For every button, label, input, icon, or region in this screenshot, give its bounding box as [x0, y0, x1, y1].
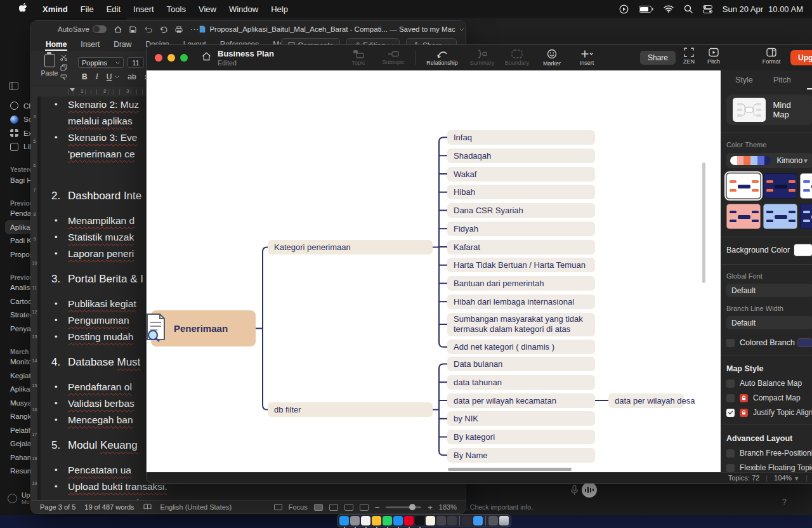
vertical-scrollbar[interactable]	[702, 162, 705, 283]
background-color-swatch[interactable]	[794, 244, 812, 256]
theme-thumbnail[interactable]	[763, 204, 797, 229]
zoom-slider[interactable]	[386, 506, 421, 508]
cut-icon[interactable]	[60, 55, 68, 61]
topic-penerimaan[interactable]: Penerimaan	[151, 310, 256, 346]
menu-tools[interactable]: Tools	[160, 4, 192, 14]
underline-button[interactable]: U	[107, 72, 112, 81]
theme-thumbnail[interactable]	[800, 204, 812, 229]
checkbox-auto-balance-map[interactable]	[726, 380, 735, 388]
save-icon[interactable]	[129, 26, 136, 33]
undo-icon[interactable]	[144, 26, 152, 33]
topic-child[interactable]: Infaq	[447, 130, 595, 145]
checkbox-compact-map[interactable]	[726, 394, 735, 402]
tab-home[interactable]: Home	[39, 37, 74, 51]
menu-xmind[interactable]: Xmind	[36, 4, 74, 14]
redo-icon[interactable]	[160, 26, 167, 33]
pitch-button[interactable]: Pitch	[700, 48, 728, 65]
sidebar-footer[interactable]: Up Mo	[8, 491, 30, 505]
theme-thumbnail[interactable]	[763, 173, 797, 199]
relationship-button[interactable]: Relationship	[422, 50, 462, 66]
theme-thumbnail[interactable]	[726, 173, 761, 199]
topic-child[interactable]: by NIK	[447, 411, 595, 426]
format-painter-icon[interactable]	[60, 74, 68, 80]
theme-thumbnail[interactable]	[726, 204, 761, 229]
minimize-button[interactable]	[167, 54, 175, 62]
menu-insert[interactable]: Insert	[127, 4, 160, 14]
dock-icon-recent-app[interactable]	[462, 516, 472, 525]
checkbox-flexible-floating-topic[interactable]	[726, 464, 735, 472]
topic-db-filter[interactable]: db filter	[268, 402, 433, 417]
read-mode-view-button[interactable]	[329, 504, 338, 511]
dock-icon-photo-booth[interactable]	[436, 516, 446, 525]
topic-child[interactable]: By Name	[447, 448, 595, 463]
colored-branch-checkbox[interactable]	[726, 339, 735, 347]
italic-button[interactable]: I	[96, 72, 98, 81]
zoom-in-button[interactable]: +	[428, 503, 433, 512]
language-indicator[interactable]: English (United States)	[160, 503, 232, 511]
topic-child[interactable]: Hibah	[447, 185, 595, 199]
topic-kategori-penerimaan[interactable]: Kategori penerimaan	[268, 240, 433, 254]
menubar-clock[interactable]: Sun 20 Apr 10.00 AM	[723, 4, 803, 14]
chevron-down-icon[interactable]	[115, 76, 119, 78]
indent-marker[interactable]	[70, 88, 75, 91]
insert-button[interactable]: Insert	[572, 50, 602, 66]
dock-icon-notes[interactable]	[426, 516, 435, 525]
dock-icon-iphone[interactable]	[488, 516, 498, 525]
spotlight-search-icon[interactable]	[684, 4, 693, 13]
theme-thumbnail[interactable]	[800, 173, 812, 199]
topic-child[interactable]: Shadaqah	[447, 148, 595, 163]
dock-icon-iphone-mirroring[interactable]	[447, 516, 457, 525]
outline-view-button[interactable]	[360, 504, 369, 511]
topic-grandchild[interactable]: data per wilayah desa	[608, 393, 684, 408]
panel-tab-style[interactable]: Style	[735, 76, 753, 84]
dock-icon-pinterest[interactable]	[404, 516, 414, 525]
menu-edit[interactable]: Edit	[100, 4, 127, 14]
proofing-icon[interactable]	[143, 503, 152, 512]
apple-menu-icon[interactable]	[10, 3, 36, 15]
menu-help[interactable]: Help	[265, 4, 294, 14]
horizontal-scrollbar[interactable]	[448, 468, 572, 471]
paste-button[interactable]: Paste	[39, 54, 60, 77]
strikethrough-button[interactable]: ab	[128, 72, 136, 81]
vertical-ruler[interactable]: 4567891011121314151617181920	[31, 96, 38, 500]
zoom-out-button[interactable]: −	[375, 503, 380, 512]
topic-child[interactable]: Harta Tidak Bertuan / Harta Temuan	[447, 258, 595, 272]
format-button[interactable]: Format	[757, 48, 785, 65]
dock-icon-x[interactable]	[415, 516, 424, 525]
dock-icon-chrome[interactable]	[372, 516, 381, 525]
bold-button[interactable]: B	[82, 72, 88, 81]
home-icon[interactable]	[202, 52, 211, 63]
zoom-percent[interactable]: 183%	[439, 503, 457, 511]
topic-child[interactable]: Hibah dari lembaga internasional	[447, 294, 595, 309]
microphone-icon[interactable]	[570, 485, 579, 498]
dock-icon-whatsapp[interactable]	[383, 516, 392, 525]
autosave-toggle[interactable]: AutoSave	[58, 25, 107, 33]
print-layout-view-button[interactable]	[314, 504, 323, 511]
tab-draw[interactable]: Draw	[107, 37, 138, 51]
word-count[interactable]: 19 of 487 words	[84, 503, 134, 511]
dock-icon-trash[interactable]	[499, 516, 509, 525]
dock-icon-finder[interactable]	[339, 516, 349, 525]
font-name-select[interactable]: Poppins	[78, 57, 124, 68]
menu-window[interactable]: Window	[223, 4, 265, 14]
topic-child[interactable]: Add net kategori ( dinamis )	[447, 340, 595, 354]
topic-child[interactable]: Wakaf	[447, 167, 595, 182]
web-layout-view-button[interactable]	[344, 504, 353, 511]
topic-child[interactable]: Dana CSR Syariah	[447, 203, 595, 218]
font-size-select[interactable]: 11	[128, 57, 144, 68]
document-search-sticker-icon[interactable]	[147, 313, 166, 345]
branch-line-width-select[interactable]: Default	[726, 316, 812, 329]
zoom-level[interactable]: 104% ▼	[774, 474, 799, 482]
focus-toggle[interactable]: Focus	[289, 503, 308, 511]
global-font-select[interactable]: Default	[726, 284, 812, 297]
upgrade-button[interactable]: Upgrade	[790, 50, 812, 65]
more-commands-icon[interactable]: ···	[190, 25, 200, 33]
close-button[interactable]	[155, 54, 162, 62]
page-indicator[interactable]: Page 3 of 5	[40, 503, 75, 511]
checkbox-justify-topic-alignment[interactable]	[726, 409, 735, 417]
topic-child[interactable]: Sumbangan masyarakat yang tidak termasuk…	[447, 313, 595, 336]
help-button[interactable]: ?	[782, 498, 787, 506]
copy-icon[interactable]	[60, 64, 68, 71]
topic-child[interactable]: Data bulanan	[447, 357, 595, 371]
marker-button[interactable]: Marker	[537, 49, 567, 67]
